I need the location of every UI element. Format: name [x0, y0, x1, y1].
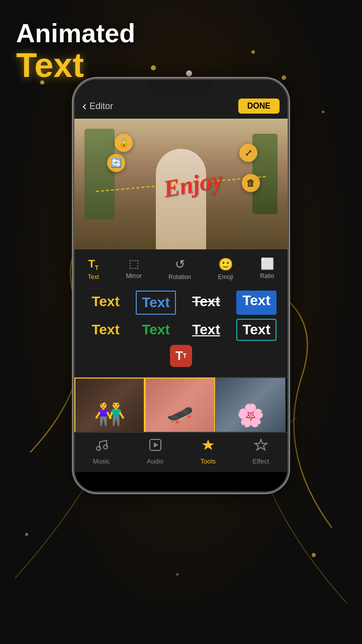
phone-container: ‹ Editor DONE Enjoy: [73, 78, 289, 493]
text-icon: TT: [88, 257, 99, 271]
bottom-nav: Music Audio: [74, 432, 288, 472]
photo-scene: Enjoy 🔓 🔄 ⤢ 🗑: [74, 119, 288, 249]
back-button[interactable]: ‹ Editor: [82, 99, 113, 113]
tt-icon-container: TT: [80, 345, 282, 367]
phone-notch: [148, 79, 214, 94]
toolbar-rotation[interactable]: ↺ Rotation: [164, 255, 195, 283]
phone-screen: ‹ Editor DONE Enjoy: [74, 79, 288, 492]
clip-3[interactable]: 🌸: [215, 378, 286, 432]
music-icon: [95, 438, 109, 455]
title-area: Animated Text: [16, 19, 135, 82]
rotation-label: Rotation: [168, 273, 191, 281]
audio-icon: [148, 438, 162, 455]
nav-effect[interactable]: Effect: [252, 438, 269, 465]
editor-label: Editor: [89, 101, 113, 112]
photo-area: Enjoy 🔓 🔄 ⤢ 🗑: [74, 119, 288, 249]
text-style-yellow2[interactable]: Text: [85, 319, 126, 341]
text-styles-row2: Text Text Text Text: [80, 319, 282, 341]
ratio-label: Ratio: [260, 272, 274, 280]
music-label: Music: [93, 457, 110, 465]
clip-1[interactable]: 👫: [74, 378, 145, 432]
trash-icon[interactable]: 🗑: [242, 174, 260, 192]
svg-marker-4: [202, 439, 214, 450]
title-line1: Animated: [16, 19, 135, 48]
nav-audio[interactable]: Audio: [147, 438, 163, 465]
text-label: Text: [88, 273, 99, 281]
timeline[interactable]: 👫 🛹 🌸: [74, 377, 288, 432]
text-style-blue-outline[interactable]: Text: [136, 291, 176, 315]
audio-label: Audio: [147, 457, 163, 465]
svg-point-1: [104, 445, 108, 449]
nav-music[interactable]: Music: [93, 438, 110, 465]
toolbar: TT Text ⬚ Mirror ↺ Rotation �: [74, 249, 288, 287]
toolbar-emoji[interactable]: 🙂 Emoji: [214, 255, 237, 283]
ratio-icon: ⬜: [260, 257, 274, 270]
title-line2: Text: [16, 48, 135, 82]
nav-tools[interactable]: Tools: [201, 438, 216, 465]
text-style-yellow[interactable]: Text: [85, 291, 126, 315]
tools-label: Tools: [201, 457, 216, 465]
text-style-teal-border[interactable]: Text: [236, 319, 277, 341]
clip-2[interactable]: 🛹: [145, 378, 215, 432]
svg-marker-3: [154, 442, 158, 447]
svg-point-0: [97, 446, 101, 450]
text-styles-area: Text Text Text Text Text Text Text Text …: [74, 287, 288, 377]
emoji-icon: 🙂: [218, 257, 233, 271]
toolbar-ratio[interactable]: ⬜ Ratio: [256, 255, 278, 282]
toolbar-text[interactable]: TT Text: [84, 255, 103, 283]
tools-icon: [201, 438, 215, 455]
mirror-label: Mirror: [126, 272, 141, 280]
toolbar-items: TT Text ⬚ Mirror ↺ Rotation �: [74, 255, 288, 283]
text-style-white-on-blue[interactable]: Text: [236, 291, 277, 315]
effect-icon: [254, 438, 268, 455]
text-styles-row1: Text Text Text Text: [80, 291, 282, 315]
lock-icon[interactable]: 🔓: [115, 134, 133, 152]
rotation-icon: ↺: [175, 257, 185, 271]
text-style-strikethrough[interactable]: Text: [186, 291, 226, 315]
text-style-green[interactable]: Text: [136, 319, 176, 341]
toolbar-mirror[interactable]: ⬚ Mirror: [122, 255, 145, 282]
emoji-label: Emoji: [218, 273, 233, 281]
mirror-icon: ⬚: [129, 257, 139, 270]
phone-frame: ‹ Editor DONE Enjoy: [73, 78, 289, 493]
svg-marker-5: [255, 439, 267, 450]
rotate-icon[interactable]: 🔄: [107, 154, 125, 172]
move-icon[interactable]: ⤢: [239, 144, 257, 162]
text-style-underline[interactable]: Text: [186, 319, 226, 341]
tt-icon[interactable]: TT: [170, 345, 192, 367]
done-button[interactable]: DONE: [238, 99, 280, 114]
effect-label: Effect: [252, 457, 269, 465]
